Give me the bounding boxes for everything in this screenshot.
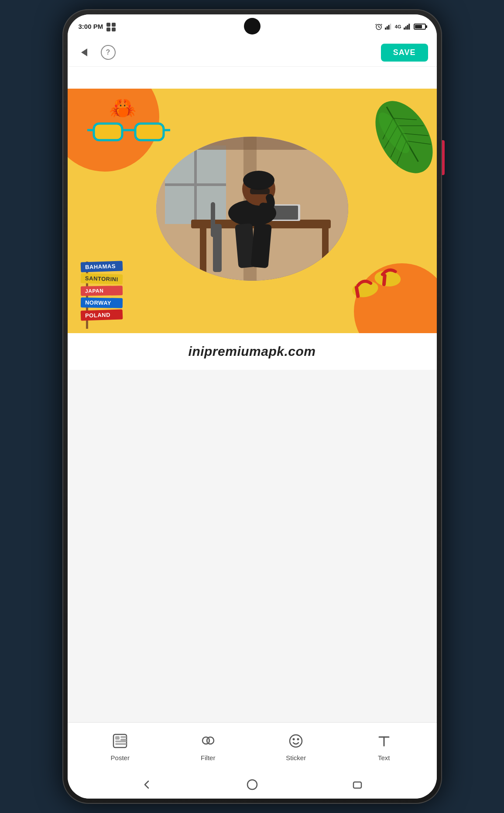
sign-santorini: SANTORINI — [80, 273, 123, 284]
svg-rect-58 — [120, 736, 127, 738]
svg-rect-3 — [112, 28, 116, 31]
poster-container[interactable]: 🦀 — [68, 89, 437, 333]
svg-line-8 — [381, 24, 382, 25]
sticker-icon — [286, 731, 305, 751]
poster-label: Poster — [111, 754, 130, 761]
svg-point-69 — [247, 780, 257, 789]
toolbar-text[interactable]: Text — [367, 731, 401, 761]
svg-rect-15 — [407, 25, 408, 30]
toolbar-filter[interactable]: Filter — [191, 731, 226, 761]
system-recents-icon — [352, 779, 364, 791]
sticker-label: Sticker — [286, 754, 306, 761]
svg-rect-11 — [388, 25, 389, 30]
battery-icon — [414, 24, 426, 30]
system-recents-button[interactable] — [350, 777, 366, 792]
system-back-icon — [141, 779, 153, 791]
bottom-toolbar: Poster Filter — [68, 722, 437, 770]
svg-line-6 — [379, 27, 380, 28]
photo-svg — [156, 137, 348, 281]
svg-rect-61 — [115, 743, 127, 745]
alarm-icon — [375, 23, 383, 31]
status-time: 3:00 PM — [79, 23, 117, 31]
battery-fill — [415, 25, 422, 28]
network-type: 4G — [395, 24, 401, 29]
help-button[interactable]: ? — [101, 45, 116, 60]
svg-rect-40 — [200, 228, 206, 272]
leaf-sticker[interactable] — [354, 89, 437, 169]
svg-rect-16 — [408, 24, 410, 30]
toolbar-poster[interactable]: Poster — [103, 731, 137, 761]
filter-icon — [199, 731, 218, 751]
filter-label: Filter — [201, 754, 215, 761]
sign-bahamas: BAHAMAS — [80, 261, 123, 272]
svg-rect-41 — [322, 228, 329, 272]
flipflops-sticker[interactable] — [346, 258, 409, 314]
status-icons: 4G — [375, 23, 426, 31]
svg-rect-2 — [106, 28, 110, 31]
text-label: Text — [378, 754, 390, 761]
signal-icon — [385, 23, 393, 31]
svg-rect-60 — [115, 741, 127, 742]
svg-rect-59 — [120, 739, 127, 741]
poster-icon — [110, 731, 130, 751]
svg-rect-70 — [353, 782, 361, 788]
sticker-icon-svg — [288, 733, 304, 749]
oval-photo-frame[interactable] — [156, 137, 348, 281]
svg-rect-14 — [405, 26, 406, 30]
toolbar-sticker[interactable]: Sticker — [278, 731, 313, 761]
text-icon — [374, 731, 394, 751]
svg-point-66 — [297, 738, 299, 741]
svg-line-7 — [375, 24, 376, 25]
crab-sticker[interactable]: 🦀 — [109, 95, 136, 121]
svg-point-64 — [290, 735, 302, 747]
top-nav: ? SAVE — [68, 38, 437, 67]
svg-rect-28 — [94, 124, 122, 140]
watermark-text: inipremiumapk.com — [76, 344, 428, 359]
svg-rect-0 — [106, 23, 110, 27]
save-label: SAVE — [393, 48, 416, 57]
camera-notch — [244, 18, 261, 34]
grid-icon — [106, 23, 116, 31]
svg-rect-12 — [390, 24, 391, 30]
system-nav — [68, 770, 437, 799]
back-arrow-icon — [81, 48, 87, 56]
person-photo — [156, 137, 348, 281]
filter-icon-svg — [200, 733, 216, 749]
canvas-area: 🦀 — [68, 67, 437, 722]
phone-device: 3:00 PM — [62, 9, 442, 804]
sign-japan: Japan — [80, 286, 122, 296]
back-button[interactable] — [76, 45, 92, 60]
svg-point-65 — [293, 738, 295, 741]
svg-rect-10 — [387, 26, 388, 30]
text-icon-svg — [376, 733, 392, 749]
svg-rect-29 — [135, 124, 164, 140]
svg-point-46 — [243, 171, 274, 190]
system-back-button[interactable] — [139, 777, 154, 792]
svg-rect-57 — [115, 736, 120, 740]
sign-norway: NORWAY — [80, 297, 122, 308]
watermark-area: inipremiumapk.com — [68, 333, 437, 370]
system-home-button[interactable] — [244, 777, 260, 792]
sign-poland: POLAND — [80, 309, 123, 320]
poster-icon-svg — [112, 733, 128, 749]
svg-rect-9 — [385, 28, 386, 30]
help-label: ? — [106, 48, 110, 56]
canvas-top-space — [68, 67, 437, 89]
phone-screen: 3:00 PM — [68, 14, 437, 799]
status-bar: 3:00 PM — [68, 14, 437, 38]
save-button[interactable]: SAVE — [381, 44, 428, 62]
svg-rect-1 — [112, 23, 116, 27]
svg-rect-47 — [250, 188, 270, 194]
nav-left: ? — [76, 45, 116, 60]
signpost-sticker[interactable]: BAHAMAS SANTORINI Japan NORWAY POLAND — [81, 262, 123, 320]
flipflops-svg — [346, 258, 408, 307]
system-home-icon — [246, 779, 258, 791]
svg-rect-13 — [404, 28, 405, 30]
time-text: 3:00 PM — [79, 23, 103, 30]
svg-rect-51 — [211, 202, 215, 237]
signal-icon-2 — [404, 23, 411, 31]
